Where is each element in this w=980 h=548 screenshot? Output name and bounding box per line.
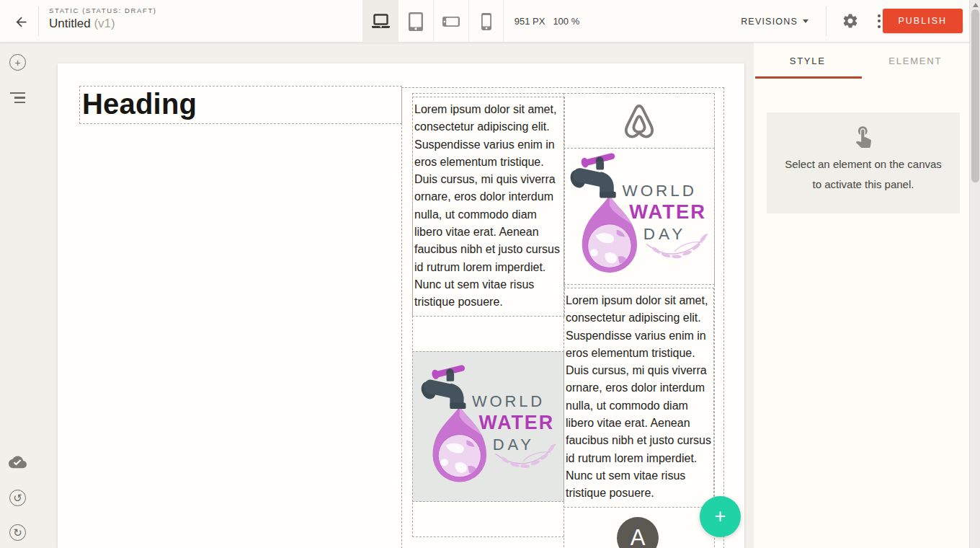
add-content-fab[interactable]: +	[700, 496, 741, 537]
structure-lines-icon	[10, 92, 25, 104]
panel-tabs: STYLE ELEMENT	[754, 43, 969, 79]
device-desktop-button[interactable]	[362, 0, 398, 43]
cloud-saved-icon	[9, 456, 27, 471]
arrow-back-icon	[14, 14, 29, 30]
text-element-2[interactable]: Lorem ipsum dolor sit amet, consectetur …	[564, 288, 714, 508]
publish-button[interactable]: PUBLISH	[883, 9, 963, 33]
image-element-2[interactable]	[564, 148, 715, 285]
tablet-icon	[409, 12, 423, 31]
topbar-divider	[38, 6, 39, 36]
canvas-page[interactable]: Heading Lorem ipsum dolor sit amet, cons…	[58, 63, 744, 548]
device-preview-group	[362, 0, 504, 43]
tab-style[interactable]: STYLE	[754, 43, 862, 79]
scroll-up-arrow-icon[interactable]	[973, 3, 979, 7]
structure-button[interactable]	[9, 89, 27, 107]
image-element-1[interactable]	[412, 351, 564, 502]
undo-button[interactable]: ↺	[9, 489, 27, 507]
scrollbar-thumb[interactable]	[971, 9, 979, 182]
undo-icon: ↺	[9, 490, 26, 506]
save-status-button[interactable]	[9, 454, 27, 472]
mobile-icon	[481, 13, 491, 30]
airbnb-logo-icon	[623, 103, 656, 139]
window-scrollbar[interactable]	[969, 0, 980, 548]
desktop-icon	[371, 14, 391, 29]
topbar-divider	[826, 6, 827, 36]
canvas-zoom-value: 100 %	[553, 16, 579, 27]
device-tablet-button[interactable]	[398, 0, 433, 43]
version-text: (v1)	[94, 17, 115, 30]
revisions-label: REVISIONS	[741, 17, 798, 27]
document-title-block: STATIC (STATUS: DRAFT) Untitled (v1)	[49, 6, 157, 31]
logo-element[interactable]	[564, 93, 715, 149]
canvas-width-value: 951 PX	[514, 16, 545, 27]
add-circle-icon: +	[9, 54, 26, 71]
avatar-letter: A	[631, 526, 646, 548]
heading-element[interactable]: Heading	[79, 86, 402, 124]
settings-button[interactable]	[842, 12, 859, 32]
add-element-button[interactable]: +	[9, 53, 27, 71]
canvas-size-info: 951 PX 100 %	[504, 0, 589, 43]
title-text: Untitled	[49, 17, 91, 30]
topbar: STATIC (STATUS: DRAFT) Untitled (v1)	[0, 0, 980, 43]
redo-icon: ↻	[9, 524, 26, 541]
mobile-landscape-icon	[442, 17, 460, 27]
heading-text: Heading	[82, 88, 401, 120]
inspector-panel: STYLE ELEMENT Select an element on the c…	[754, 43, 969, 548]
placeholder-line-1: Select an element on the canvas	[785, 154, 942, 174]
touch-app-icon	[851, 123, 876, 148]
status-label: STATIC (STATUS: DRAFT)	[49, 6, 157, 14]
chevron-down-icon	[803, 19, 808, 23]
active-tab-underline	[755, 76, 862, 79]
text-element-1[interactable]: Lorem ipsum dolor sit amet, consectetur …	[412, 97, 565, 317]
gear-icon	[842, 12, 859, 30]
device-mobile-landscape-button[interactable]	[433, 0, 468, 43]
kebab-icon	[878, 14, 881, 17]
device-mobile-button[interactable]	[468, 0, 504, 43]
placeholder-line-2: to activate this panel.	[813, 174, 914, 195]
back-button[interactable]	[9, 10, 32, 33]
document-title: Untitled (v1)	[49, 17, 157, 31]
revisions-dropdown[interactable]: REVISIONS	[741, 0, 808, 43]
world-water-day-image	[419, 363, 558, 491]
tab-element[interactable]: ELEMENT	[862, 43, 970, 79]
world-water-day-image	[569, 151, 710, 282]
panel-placeholder: Select an element on the canvas to activ…	[767, 112, 960, 213]
redo-button[interactable]: ↻	[9, 523, 27, 542]
